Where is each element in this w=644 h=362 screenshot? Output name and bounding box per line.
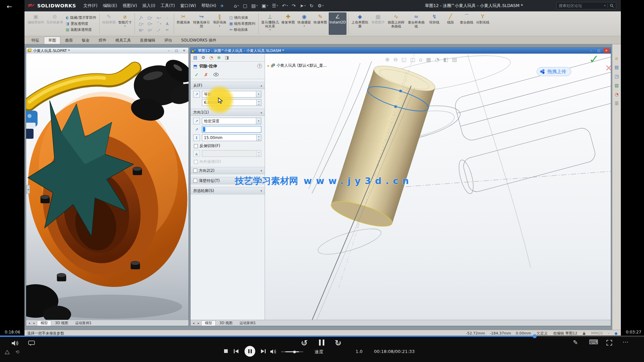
end-condition-dropdown[interactable]: 给定深度 ▾ xyxy=(202,118,261,124)
ribbon-button-5-7[interactable]: Y分割实线 xyxy=(475,12,490,35)
drag-upload-button[interactable]: 拖拽上传 xyxy=(537,67,571,76)
resources-icon[interactable]: ⌂ xyxy=(615,56,618,61)
qa-undo-icon[interactable]: ↶▾ xyxy=(282,3,288,8)
menu-item-2[interactable]: 视图(V) xyxy=(120,2,140,10)
appearance-icon[interactable]: ◧ xyxy=(443,56,448,63)
pin-menu-icon[interactable]: ✈ xyxy=(220,3,224,8)
qa-options-icon[interactable]: ⚙▾ xyxy=(318,3,324,8)
left-window-titlebar[interactable]: 小黄人玩具.SLDPRT * – ▢ ✕ xyxy=(26,48,189,54)
featuremanager-tab-icon[interactable]: ▤ xyxy=(193,55,197,60)
seek-handle[interactable] xyxy=(533,334,537,338)
dropdown-arrow-icon[interactable]: ▾ xyxy=(256,91,261,97)
mute-icon[interactable] xyxy=(11,340,19,346)
command-tab-2[interactable]: 曲面 xyxy=(61,37,77,44)
ribbon-button-5-3[interactable]: ≈套合样条曲线 xyxy=(407,12,426,35)
qa-rebuild-icon[interactable]: ↻ xyxy=(310,3,314,8)
ribbon-small-button-3-2[interactable]: ↔移动实体 xyxy=(229,27,255,32)
menu-item-4[interactable]: 工具(T) xyxy=(158,2,177,10)
ribbon-button-5-0[interactable]: ◆上色草图轮廓 xyxy=(350,12,370,35)
stepper-icons[interactable]: ▴▾ xyxy=(256,100,261,106)
ok-button[interactable]: ✓ xyxy=(195,72,199,78)
left-viewport-canvas[interactable] xyxy=(26,54,189,320)
ribbon-small-button-0-1[interactable]: ◨更改透明度 xyxy=(66,21,96,26)
tree-item-label[interactable]: 小黄人玩具 (默认<默认_显... xyxy=(277,63,327,68)
status-units[interactable]: MMGS xyxy=(591,331,603,336)
sketch-tool-trim-icon[interactable]: ✂ xyxy=(163,27,171,33)
next-button[interactable] xyxy=(261,349,266,354)
ribbon-button-4-3[interactable]: ✎快速草图 xyxy=(313,12,328,35)
confirm-check-icon[interactable]: ✓ xyxy=(589,54,599,66)
qa-open-icon[interactable]: ▤▾ xyxy=(251,3,258,8)
menu-item-6[interactable]: 帮助(H) xyxy=(199,2,219,10)
menu-item-1[interactable]: 编辑(E) xyxy=(100,2,120,10)
display-style-icon[interactable]: ▦ xyxy=(426,56,431,63)
stepper-icons[interactable]: ▴▾ xyxy=(256,135,261,141)
search-icon[interactable] xyxy=(610,4,614,8)
command-tab-0[interactable]: 特征 xyxy=(27,37,44,44)
sketch-tool-point-icon[interactable]: · xyxy=(163,15,171,20)
sketch-tool-arc-icon[interactable]: ⌒▾ xyxy=(155,21,163,26)
qa-print-icon[interactable]: ☰▾ xyxy=(272,3,278,8)
restore-icon[interactable]: ▢ xyxy=(173,48,179,53)
preview-eye-icon[interactable] xyxy=(213,73,219,76)
loop-icon[interactable]: ⟲ xyxy=(15,349,19,355)
qa-redo-icon[interactable]: ↷ xyxy=(292,3,296,8)
ribbon-button-1-1[interactable]: ⌀智能尺寸▾ xyxy=(117,12,133,35)
direction-reverse-icon[interactable]: ↗ xyxy=(193,126,200,133)
menu-item-3[interactable]: 插入(I) xyxy=(140,2,158,10)
depth-input[interactable]: 15.00mm ▴▾ xyxy=(202,134,261,141)
expand-arrow-icon[interactable]: ▸ xyxy=(268,64,269,67)
scene-icon[interactable]: ▤ xyxy=(452,56,457,63)
command-tab-3[interactable]: 钣金 xyxy=(77,37,94,44)
section-view-icon[interactable]: ◫ xyxy=(410,56,415,63)
scroll-right-icon[interactable]: ▸ xyxy=(196,321,201,325)
qa-select-icon[interactable]: ➤▾ xyxy=(300,3,306,8)
view-palette-icon[interactable]: ▧ xyxy=(614,83,619,88)
restore-icon[interactable]: ▢ xyxy=(596,48,602,53)
minimize-icon[interactable]: – xyxy=(588,48,594,53)
menu-item-5[interactable]: 窗口(W) xyxy=(177,2,199,10)
warning-icon[interactable] xyxy=(5,350,10,354)
search-input[interactable]: 搜索社区论坛 xyxy=(559,3,602,8)
dropdown-arrow-icon[interactable]: ▾ xyxy=(256,118,261,124)
comment-icon[interactable] xyxy=(28,341,35,346)
chevron-up-icon[interactable]: ▴ xyxy=(261,111,262,114)
command-tab-4[interactable]: 焊件 xyxy=(94,37,111,44)
pause-button[interactable] xyxy=(318,340,325,346)
sketch-tool-ellipse-icon[interactable]: ◇▾ xyxy=(146,27,154,33)
zoom-area-icon[interactable]: ⊖ xyxy=(393,56,397,63)
direction-reference-field[interactable] xyxy=(202,126,261,133)
help-icon[interactable]: ? xyxy=(257,64,262,68)
back-button[interactable]: ← xyxy=(7,3,12,10)
chevron-down-icon[interactable]: ▾ xyxy=(261,189,262,192)
right-window-titlebar[interactable]: 草图12 - 泳圈^小黄人玩具 - 小黄人玩具.SLDASM * – ▢ ✕ xyxy=(191,48,611,54)
sketch-tool-circle-icon[interactable]: ○▾ xyxy=(137,21,145,26)
more-options-icon[interactable]: ⋯ xyxy=(623,339,628,345)
zoom-fit-icon[interactable]: ⊕ xyxy=(385,56,389,63)
sketch-tool-slot-icon[interactable]: ◎▾ xyxy=(137,27,145,33)
from-direction-icon[interactable]: ↗ xyxy=(193,91,200,98)
command-tab-7[interactable]: 评估 xyxy=(160,37,176,44)
status-tag-icon[interactable]: ● xyxy=(614,331,618,335)
speed-value[interactable]: 1.0 xyxy=(356,349,363,354)
view-orientation-icon[interactable]: ⌂ xyxy=(419,56,422,63)
ribbon-small-button-0-0[interactable]: ◐隐藏/显示零部件 xyxy=(66,15,96,20)
previous-view-icon[interactable]: ◱ xyxy=(401,56,407,63)
forward-30-button[interactable]: ↻ 30 xyxy=(333,339,343,348)
section-selected-contours[interactable]: 所选轮廓(S) ▾ xyxy=(191,187,265,194)
chevron-down-icon[interactable]: ▾ xyxy=(261,169,262,172)
display-tab-icon[interactable]: ◨ xyxy=(225,55,229,60)
dimxpert-tab-icon[interactable]: ⊕ xyxy=(217,55,221,60)
menu-item-0[interactable]: 文件(F) xyxy=(81,2,100,10)
ribbon-button-4-2[interactable]: ◉快速捕捉▾ xyxy=(297,12,312,35)
ribbon-button-4-0[interactable]: ⊥显示/删除几何关系▾ xyxy=(260,12,280,35)
qa-save-icon[interactable]: ▣▾ xyxy=(262,3,268,8)
ribbon-small-button-3-1[interactable]: ▦线性草图阵列 xyxy=(229,21,255,26)
sketch-tool-text-icon[interactable]: A xyxy=(163,21,171,26)
ribbon-button-5-5[interactable]: ╱线段 xyxy=(443,12,458,35)
end-condition-icon[interactable]: ↗ xyxy=(193,118,200,124)
doc-tab-1[interactable]: 3D 视图 xyxy=(52,320,71,326)
search-box[interactable]: 搜索社区论坛 ▾ xyxy=(556,2,616,9)
flip-side-checkbox-row[interactable]: 反侧切除(F) xyxy=(191,141,265,148)
search-dropdown-icon[interactable]: ▾ xyxy=(604,4,605,7)
